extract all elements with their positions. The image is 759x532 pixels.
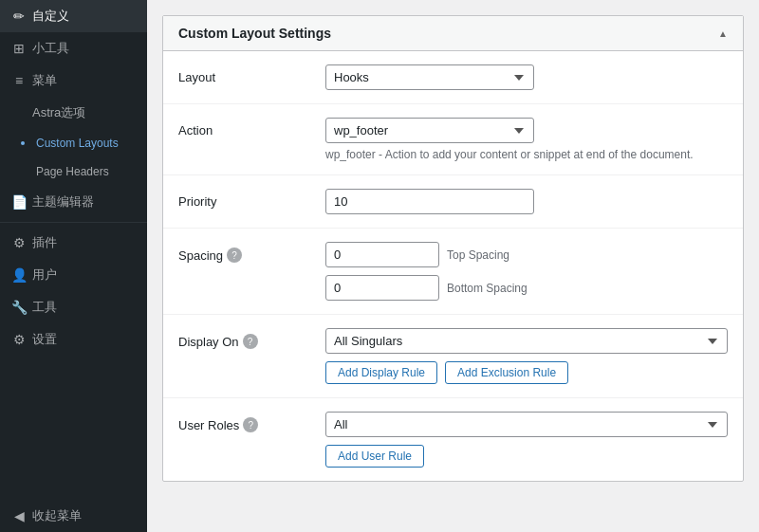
- sidebar-item-users[interactable]: 👤 用户: [0, 259, 147, 291]
- collapse-icon: ◀: [11, 508, 27, 523]
- sidebar-item-custom-layouts[interactable]: Custom Layouts: [0, 129, 147, 157]
- sidebar-item-label: 小工具: [32, 40, 69, 57]
- sidebar-item-label: 工具: [32, 299, 57, 316]
- user-roles-row: User Roles ? All Administrator Editor Su…: [163, 398, 743, 481]
- top-spacing-label: Top Spacing: [447, 248, 509, 262]
- add-display-rule-button[interactable]: Add Display Rule: [325, 361, 437, 384]
- action-field: wp_footer wp_head wp_body_open wp_footer…: [325, 118, 728, 161]
- spacing-field: Top Spacing Bottom Spacing: [325, 242, 728, 301]
- sidebar-item-label: 自定义: [32, 8, 69, 25]
- sidebar-item-settings[interactable]: ⚙ 设置: [0, 323, 147, 356]
- sidebar-item-label: Astra选项: [32, 104, 85, 121]
- sidebar-item-tools[interactable]: 🔧 工具: [0, 291, 147, 323]
- priority-label: Priority: [178, 189, 325, 209]
- sidebar-item-label: 收起菜单: [32, 507, 82, 524]
- bottom-spacing-input[interactable]: [325, 275, 439, 301]
- bottom-spacing-label: Bottom Spacing: [447, 282, 528, 295]
- sidebar-item-page-headers[interactable]: Page Headers: [0, 157, 147, 186]
- user-rule-buttons: Add User Rule: [325, 445, 728, 468]
- add-exclusion-rule-button[interactable]: Add Exclusion Rule: [445, 361, 568, 384]
- action-label: Action: [178, 118, 325, 138]
- action-row: Action wp_footer wp_head wp_body_open wp…: [163, 104, 743, 175]
- tools-icon: 🔧: [11, 300, 27, 315]
- display-buttons: Add Display Rule Add Exclusion Rule: [325, 361, 728, 384]
- menus-icon: ≡: [11, 73, 27, 88]
- priority-field: [325, 189, 728, 214]
- layout-select[interactable]: Hooks Before Header After Header Before …: [325, 64, 534, 90]
- action-select[interactable]: wp_footer wp_head wp_body_open: [325, 118, 534, 143]
- display-on-select[interactable]: All Singulars All Pages Homepage Blog Pa…: [325, 328, 728, 354]
- user-roles-label: User Roles ?: [178, 412, 325, 432]
- display-on-help-icon[interactable]: ?: [243, 334, 258, 349]
- sidebar-item-widgets[interactable]: ⊞ 小工具: [0, 32, 147, 64]
- sidebar-item-menus[interactable]: ≡ 菜单: [0, 64, 147, 97]
- sidebar-item-label: Custom Layouts: [36, 137, 119, 150]
- user-roles-select[interactable]: All Administrator Editor Subscriber Gues…: [325, 412, 728, 437]
- spacing-label: Spacing ?: [178, 242, 325, 263]
- sidebar-item-label: 插件: [32, 234, 57, 251]
- spacing-row: Spacing ? Top Spacing Bottom Spacing: [163, 229, 743, 315]
- sidebar-item-label: 主题编辑器: [32, 193, 94, 211]
- user-roles-help-icon[interactable]: ?: [243, 417, 258, 432]
- customize-icon: ✏: [11, 9, 27, 24]
- action-description: wp_footer - Action to add your content o…: [325, 148, 728, 161]
- settings-panel: Custom Layout Settings ▲ Layout Hooks Be…: [162, 15, 744, 482]
- custom-layouts-indicator: [21, 141, 25, 145]
- layout-field: Hooks Before Header After Header Before …: [325, 64, 728, 90]
- add-user-rule-button[interactable]: Add User Rule: [325, 445, 424, 468]
- sidebar-item-label: 用户: [32, 266, 57, 284]
- users-icon: 👤: [11, 267, 27, 283]
- sidebar-item-plugins[interactable]: ⚙ 插件: [0, 227, 147, 259]
- top-spacing-row: Top Spacing: [325, 242, 728, 267]
- sidebar-item-astra-options[interactable]: Astra选项: [0, 97, 147, 129]
- priority-input[interactable]: [325, 189, 534, 214]
- priority-row: Priority: [163, 175, 743, 229]
- collapse-panel-icon[interactable]: ▲: [718, 28, 728, 39]
- layout-label: Layout: [178, 64, 325, 84]
- layout-row: Layout Hooks Before Header After Header …: [163, 51, 743, 104]
- sidebar-item-label: Page Headers: [36, 165, 109, 178]
- sidebar-item-customize[interactable]: ✏ 自定义: [0, 0, 147, 32]
- settings-header: Custom Layout Settings ▲: [163, 16, 743, 51]
- main-content: Custom Layout Settings ▲ Layout Hooks Be…: [147, 0, 759, 532]
- sidebar: ✏ 自定义 ⊞ 小工具 ≡ 菜单 Astra选项 Custom Layouts …: [0, 0, 147, 532]
- sidebar-item-label: 菜单: [32, 72, 57, 89]
- display-on-row: Display On ? All Singulars All Pages Hom…: [163, 315, 743, 398]
- page-headers-indicator: [21, 170, 25, 174]
- display-on-label: Display On ?: [178, 328, 325, 349]
- divider: [0, 222, 147, 223]
- bottom-spacing-row: Bottom Spacing: [325, 275, 728, 301]
- sidebar-item-label: 设置: [32, 331, 57, 348]
- theme-editor-icon: 📄: [11, 194, 27, 210]
- settings-icon: ⚙: [11, 332, 27, 347]
- plugins-icon: ⚙: [11, 235, 27, 250]
- sidebar-item-theme-editor[interactable]: 📄 主题编辑器: [0, 186, 147, 218]
- spacing-help-icon[interactable]: ?: [227, 248, 242, 263]
- display-on-field: All Singulars All Pages Homepage Blog Pa…: [325, 328, 728, 384]
- settings-title: Custom Layout Settings: [178, 26, 331, 41]
- widgets-icon: ⊞: [11, 41, 27, 56]
- user-roles-field: All Administrator Editor Subscriber Gues…: [325, 412, 728, 468]
- sidebar-item-collapse[interactable]: ◀ 收起菜单: [0, 500, 147, 532]
- top-spacing-input[interactable]: [325, 242, 439, 267]
